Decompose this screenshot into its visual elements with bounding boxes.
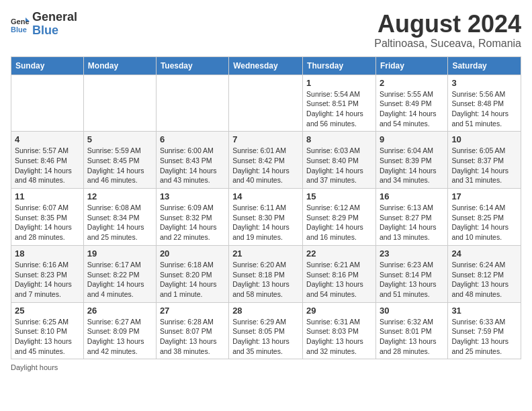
calendar-week-1: 4Sunrise: 5:57 AMSunset: 8:46 PMDaylight… [11,132,521,189]
logo-icon: General Blue [11,15,30,34]
day-info: Sunrise: 6:27 AMSunset: 8:09 PMDaylight:… [87,317,152,357]
day-info: Sunrise: 6:25 AMSunset: 8:10 PMDaylight:… [15,317,80,357]
day-number: 11 [15,191,80,201]
day-info: Sunrise: 6:24 AMSunset: 8:12 PMDaylight:… [451,260,517,300]
day-info: Sunrise: 6:31 AMSunset: 8:03 PMDaylight:… [306,317,372,357]
calendar-cell: 6Sunrise: 6:00 AMSunset: 8:43 PMDaylight… [156,132,228,189]
calendar-cell: 29Sunrise: 6:31 AMSunset: 8:03 PMDayligh… [303,302,376,359]
calendar-cell: 19Sunrise: 6:17 AMSunset: 8:22 PMDayligh… [83,245,156,302]
logo-blue: Blue [32,24,77,38]
day-number: 22 [306,248,372,259]
calendar-header-row: SundayMondayTuesdayWednesdayThursdayFrid… [11,56,521,75]
day-number: 23 [380,248,444,259]
day-number: 2 [380,78,444,88]
header: General Blue General Blue August 2024 Pa… [11,11,521,50]
calendar-cell [83,75,156,132]
day-number: 19 [87,248,152,259]
day-info: Sunrise: 6:11 AMSunset: 8:30 PMDaylight:… [232,203,299,242]
calendar-week-4: 25Sunrise: 6:25 AMSunset: 8:10 PMDayligh… [11,302,521,359]
day-info: Sunrise: 5:55 AMSunset: 8:49 PMDaylight:… [380,89,444,129]
day-number: 1 [306,78,372,88]
day-info: Sunrise: 5:57 AMSunset: 8:46 PMDaylight:… [15,146,80,185]
calendar-week-3: 18Sunrise: 6:16 AMSunset: 8:23 PMDayligh… [11,245,521,302]
calendar-cell [156,75,228,132]
calendar-cell: 9Sunrise: 6:04 AMSunset: 8:39 PMDaylight… [375,132,447,189]
weekday-header-tuesday: Tuesday [156,56,228,75]
day-number: 21 [232,248,299,259]
calendar-cell: 23Sunrise: 6:23 AMSunset: 8:14 PMDayligh… [375,245,447,302]
calendar-cell: 28Sunrise: 6:29 AMSunset: 8:05 PMDayligh… [229,302,303,359]
calendar-cell: 30Sunrise: 6:32 AMSunset: 8:01 PMDayligh… [375,302,447,359]
day-number: 15 [306,191,372,201]
day-number: 3 [451,78,517,88]
weekday-header-sunday: Sunday [11,56,84,75]
day-info: Sunrise: 6:13 AMSunset: 8:27 PMDaylight:… [380,203,444,242]
day-info: Sunrise: 6:08 AMSunset: 8:34 PMDaylight:… [87,203,152,242]
day-number: 20 [160,248,225,259]
weekday-header-thursday: Thursday [303,56,376,75]
weekday-header-monday: Monday [83,56,156,75]
calendar-cell: 5Sunrise: 5:59 AMSunset: 8:45 PMDaylight… [83,132,156,189]
weekday-header-friday: Friday [375,56,447,75]
calendar-cell: 27Sunrise: 6:28 AMSunset: 8:07 PMDayligh… [156,302,228,359]
weekday-header-wednesday: Wednesday [229,56,303,75]
calendar-cell: 12Sunrise: 6:08 AMSunset: 8:34 PMDayligh… [83,189,156,246]
day-info: Sunrise: 6:00 AMSunset: 8:43 PMDaylight:… [160,146,225,185]
calendar-cell: 14Sunrise: 6:11 AMSunset: 8:30 PMDayligh… [229,189,303,246]
calendar-cell: 4Sunrise: 5:57 AMSunset: 8:46 PMDaylight… [11,132,84,189]
day-info: Sunrise: 6:12 AMSunset: 8:29 PMDaylight:… [306,203,372,242]
day-info: Sunrise: 5:56 AMSunset: 8:48 PMDaylight:… [451,89,517,129]
calendar-cell: 13Sunrise: 6:09 AMSunset: 8:32 PMDayligh… [156,189,228,246]
calendar-cell: 10Sunrise: 6:05 AMSunset: 8:37 PMDayligh… [448,132,521,189]
day-info: Sunrise: 6:16 AMSunset: 8:23 PMDaylight:… [15,260,80,300]
day-info: Sunrise: 6:18 AMSunset: 8:20 PMDaylight:… [160,260,225,300]
day-number: 14 [232,191,299,201]
day-info: Sunrise: 6:17 AMSunset: 8:22 PMDaylight:… [87,260,152,300]
day-number: 30 [380,306,444,316]
day-number: 29 [306,306,372,316]
calendar-cell: 16Sunrise: 6:13 AMSunset: 8:27 PMDayligh… [375,189,447,246]
calendar-cell: 1Sunrise: 5:54 AMSunset: 8:51 PMDaylight… [303,75,376,132]
day-number: 31 [451,306,517,316]
day-number: 5 [87,134,152,144]
calendar-cell [11,75,84,132]
calendar-cell: 15Sunrise: 6:12 AMSunset: 8:29 PMDayligh… [303,189,376,246]
title-area: August 2024 Paltinoasa, Suceava, Romania [374,11,521,50]
day-info: Sunrise: 6:03 AMSunset: 8:40 PMDaylight:… [306,146,372,185]
day-info: Sunrise: 6:28 AMSunset: 8:07 PMDaylight:… [160,317,225,357]
logo-general: General [32,11,77,24]
calendar-cell [229,75,303,132]
logo: General Blue General Blue [11,11,77,38]
day-info: Sunrise: 6:14 AMSunset: 8:25 PMDaylight:… [451,203,517,242]
weekday-header-saturday: Saturday [448,56,521,75]
day-number: 24 [451,248,517,259]
day-info: Sunrise: 6:04 AMSunset: 8:39 PMDaylight:… [380,146,444,185]
calendar-cell: 11Sunrise: 6:07 AMSunset: 8:35 PMDayligh… [11,189,84,246]
calendar-week-0: 1Sunrise: 5:54 AMSunset: 8:51 PMDaylight… [11,75,521,132]
day-number: 13 [160,191,225,201]
calendar-cell: 26Sunrise: 6:27 AMSunset: 8:09 PMDayligh… [83,302,156,359]
day-number: 6 [160,134,225,144]
calendar-cell: 8Sunrise: 6:03 AMSunset: 8:40 PMDaylight… [303,132,376,189]
day-number: 18 [15,248,80,259]
calendar-table: SundayMondayTuesdayWednesdayThursdayFrid… [11,56,521,360]
day-info: Sunrise: 6:07 AMSunset: 8:35 PMDaylight:… [15,203,80,242]
calendar-cell: 25Sunrise: 6:25 AMSunset: 8:10 PMDayligh… [11,302,84,359]
location-title: Paltinoasa, Suceava, Romania [374,38,521,50]
day-number: 27 [160,306,225,316]
day-number: 17 [451,191,517,201]
day-info: Sunrise: 5:59 AMSunset: 8:45 PMDaylight:… [87,146,152,185]
day-info: Sunrise: 6:33 AMSunset: 7:59 PMDaylight:… [451,317,517,357]
calendar-body: 1Sunrise: 5:54 AMSunset: 8:51 PMDaylight… [11,75,521,359]
day-info: Sunrise: 6:21 AMSunset: 8:16 PMDaylight:… [306,260,372,300]
calendar-week-2: 11Sunrise: 6:07 AMSunset: 8:35 PMDayligh… [11,189,521,246]
calendar-cell: 17Sunrise: 6:14 AMSunset: 8:25 PMDayligh… [448,189,521,246]
day-number: 4 [15,134,80,144]
calendar-cell: 24Sunrise: 6:24 AMSunset: 8:12 PMDayligh… [448,245,521,302]
day-info: Sunrise: 6:05 AMSunset: 8:37 PMDaylight:… [451,146,517,185]
svg-text:Blue: Blue [11,26,27,34]
calendar-cell: 3Sunrise: 5:56 AMSunset: 8:48 PMDaylight… [448,75,521,132]
footer-note: Daylight hours [11,363,521,371]
day-number: 12 [87,191,152,201]
day-number: 25 [15,306,80,316]
